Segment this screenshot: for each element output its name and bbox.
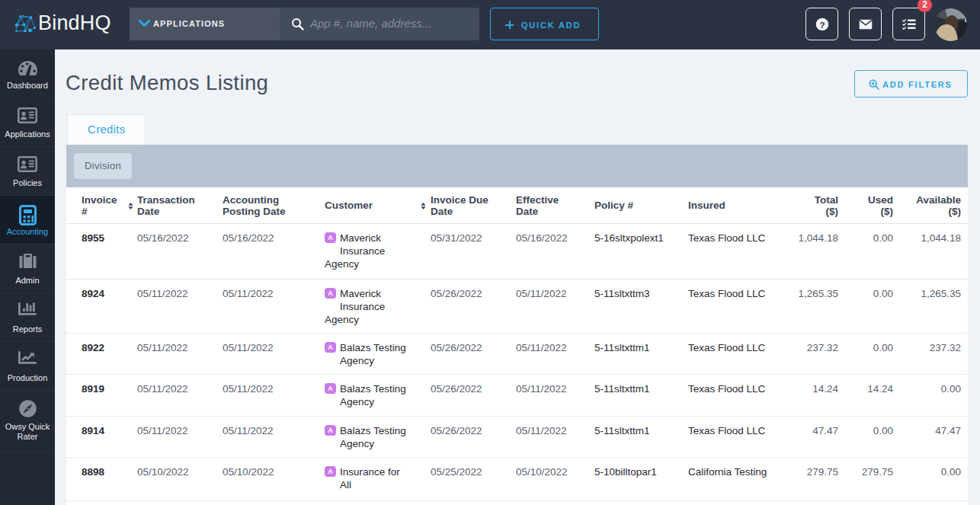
svg-text:?: ? bbox=[819, 20, 825, 29]
